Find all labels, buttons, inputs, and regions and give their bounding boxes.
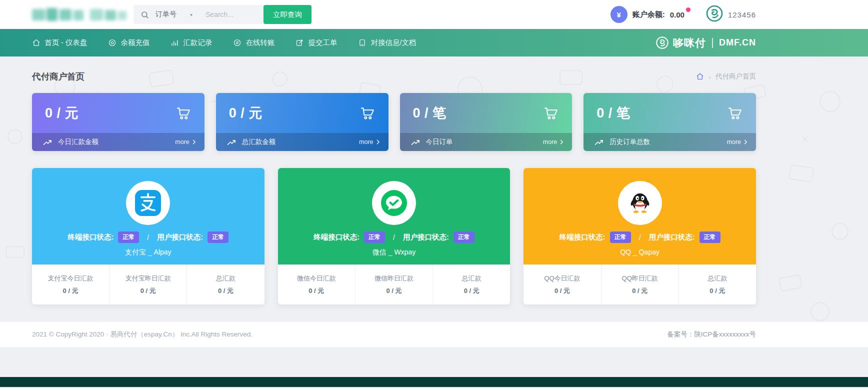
pay-stat: 支付宝昨日汇款 0 / 元 [109,264,186,304]
pay-stat-label: 支付宝昨日汇款 [126,274,171,283]
nav-item-label: 汇款记录 [183,38,212,48]
brand-logo[interactable]: 哆咪付 DMF.CN [656,36,756,50]
pay-stat-label: 总汇款 [462,274,482,283]
stat-value: 0 / 笔 [413,104,446,122]
user-status-badge: 正常 [700,232,720,243]
brand-swirl-icon [656,36,669,50]
pay-stat-value: 0 / 元 [218,286,234,296]
stat-label: 今日订单 [426,138,453,146]
user-status-label: 用户接口状态: [157,232,203,242]
stat-card-total-remit-amount: 0 / 元 总汇款金额 more [216,93,388,151]
nav-item-online-transfer[interactable]: 在线转账 [233,38,274,48]
pay-stat-value: 0 / 元 [63,286,78,296]
terminal-status-label: 终端接口状态: [314,232,360,242]
more-link[interactable]: more [175,138,196,146]
nav-item-remittance-records[interactable]: 汇款记录 [170,38,212,48]
payment-card-wechat: 终端接口状态: 正常 / 用户接口状态: 正常 微信 _ Wxpay 微信今日汇… [278,168,510,304]
copyright-text: 2021 © CopyRight 2020 · 易商代付（espay.Cn） I… [32,330,252,339]
logo-block [90,9,103,20]
home-icon [32,38,40,47]
brand-domain: DMF.CN [719,38,756,48]
nav-item-recharge[interactable]: 余额充值 [108,38,150,48]
qq-logo-icon [618,181,662,225]
stat-label: 历史订单总数 [610,138,650,146]
nav-item-label: 提交工单 [308,38,337,48]
pay-stat: QQ昨日汇款 0 / 元 [601,264,678,304]
stat-value: 0 / 元 [45,104,78,122]
pay-stat: 总汇款 0 / 元 [678,264,756,304]
nav-item-api-docs[interactable]: 对接信息/文档 [358,38,416,48]
search-category-dropdown[interactable]: 订单号 ▾ [156,10,192,19]
balance-value: 0.00 [670,10,684,19]
chevron-right-icon [744,140,748,144]
user-status-label: 用户接口状态: [649,232,695,242]
chevron-right-icon [376,140,380,144]
user-status-label: 用户接口状态: [403,232,449,242]
pay-stat-label: 总汇款 [216,274,236,283]
search-input[interactable] [204,10,264,19]
pay-stat-value: 0 / 元 [464,286,480,296]
interface-status: 终端接口状态: 正常 / 用户接口状态: 正常 [560,232,720,243]
search-icon [140,10,149,19]
pay-stat: 总汇款 0 / 元 [432,264,510,304]
nav-item-label: 余额充值 [120,38,150,48]
bottom-bar [0,377,868,387]
main-nav: 首页 - 仪表盘 余额充值 汇款记录 在线转账 提交工单 对接信息/文档 [0,29,868,56]
stat-card-today-orders: 0 / 笔 今日订单 more [400,93,572,151]
more-link[interactable]: more [359,138,380,146]
terminal-status-badge: 正常 [118,232,139,243]
cart-icon [176,106,192,120]
yen-symbol: ¥ [617,10,621,19]
stat-label: 今日汇款金额 [58,138,98,146]
more-link[interactable]: more [543,138,564,146]
stat-card-today-remit-amount: 0 / 元 今日汇款金额 more [32,93,204,151]
home-icon[interactable] [696,72,704,80]
user-id: 123456 [728,10,756,19]
status-separator: / [147,234,149,242]
interface-status: 终端接口状态: 正常 / 用户接口状态: 正常 [314,232,474,243]
footer-gap [0,347,868,377]
pay-stat: 总汇款 0 / 元 [186,264,264,304]
search-category-value: 订单号 [156,10,176,19]
user-status-badge: 正常 [454,232,474,243]
stat-cards-row: 0 / 元 今日汇款金额 more 0 / 元 总汇款金额 more 0 / 笔 [32,93,756,151]
main-content: 代付商户首页 › 代付商户首页 0 / 元 今日汇款金额 more 0 / 元 [0,56,868,304]
pay-stat: 微信昨日汇款 0 / 元 [355,264,432,304]
logo-block [105,10,116,20]
more-link[interactable]: more [727,138,748,146]
trend-up-icon [594,139,604,146]
chevron-right-icon [192,140,196,144]
icp-text: 备案号：陕ICP备xxxxxxxxx号 [667,330,756,339]
payment-stats: QQ今日汇款 0 / 元 QQ昨日汇款 0 / 元 总汇款 0 / 元 [524,264,756,304]
pay-stat-value: 0 / 元 [632,286,648,296]
merchant-logo[interactable] [32,6,127,24]
logo-block [60,9,72,20]
logo-block [46,8,58,21]
pay-stat: 微信今日汇款 0 / 元 [278,264,355,304]
more-label: more [543,138,557,146]
interface-status: 终端接口状态: 正常 / 用户接口状态: 正常 [68,232,228,243]
transfer-icon [233,38,242,47]
edit-icon [296,38,304,47]
search-submit-button[interactable]: 立即查询 [264,5,312,24]
payment-stats: 微信今日汇款 0 / 元 微信昨日汇款 0 / 元 总汇款 0 / 元 [278,264,510,304]
yen-icon: ¥ [610,6,628,23]
page-footer: 2021 © CopyRight 2020 · 易商代付（espay.Cn） I… [0,322,868,347]
pay-stat-value: 0 / 元 [554,286,570,296]
user-menu[interactable]: 123456 [706,4,756,24]
account-balance[interactable]: ¥ 账户余额: 0.00 [610,6,684,23]
cart-icon [728,106,743,120]
balance-label: 账户余额: [632,10,665,20]
document-icon [358,38,366,47]
trend-up-icon [411,139,420,146]
caret-down-icon: ▾ [190,12,192,18]
pay-stat-value: 0 / 元 [710,286,725,296]
pay-stat-label: QQ今日汇款 [544,274,580,283]
nav-item-label: 在线转账 [246,38,274,48]
cart-icon [544,106,559,120]
nav-item-submit-ticket[interactable]: 提交工单 [296,38,337,48]
terminal-status-label: 终端接口状态: [560,232,606,242]
nav-item-dashboard[interactable]: 首页 - 仪表盘 [32,38,87,48]
nav-menu: 首页 - 仪表盘 余额充值 汇款记录 在线转账 提交工单 对接信息/文档 [32,38,416,48]
breadcrumb-current: 代付商户首页 [716,72,756,81]
